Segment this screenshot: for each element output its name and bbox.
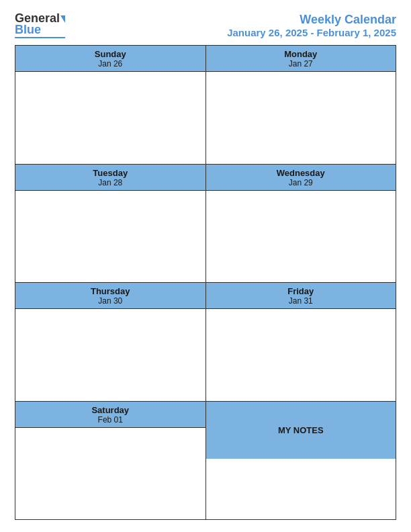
cell-wednesday: Wednesday Jan 29: [206, 165, 396, 283]
wednesday-label: Wednesday: [208, 168, 395, 178]
sunday-body: [15, 72, 205, 164]
cell-monday: Monday Jan 27: [206, 46, 396, 164]
saturday-label: Saturday: [17, 405, 204, 415]
sunday-date: Jan 26: [17, 59, 204, 69]
friday-label: Friday: [208, 286, 395, 296]
cell-notes: MY NOTES: [206, 402, 396, 520]
logo-triangle-icon: [60, 15, 65, 23]
page: General Blue Weekly Calendar January 26,…: [0, 0, 411, 532]
friday-body: [206, 309, 396, 401]
tuesday-label: Tuesday: [17, 168, 204, 178]
logo: General Blue: [15, 12, 65, 38]
notes-body: [206, 459, 396, 519]
cell-wednesday-header: Wednesday Jan 29: [206, 165, 396, 191]
header: General Blue Weekly Calendar January 26,…: [15, 12, 396, 38]
cell-tuesday: Tuesday Jan 28: [15, 165, 206, 283]
wednesday-body: [206, 191, 396, 283]
cell-monday-header: Monday Jan 27: [206, 46, 396, 72]
calendar-grid: Sunday Jan 26 Monday Jan 27 Tuesday Jan …: [15, 45, 396, 520]
cell-sunday-header: Sunday Jan 26: [15, 46, 205, 72]
logo-underline: [15, 37, 65, 38]
calendar-row-2: Tuesday Jan 28 Wednesday Jan 29: [15, 165, 396, 283]
wednesday-date: Jan 29: [208, 178, 395, 187]
notes-header: MY NOTES: [206, 402, 396, 459]
cell-tuesday-header: Tuesday Jan 28: [15, 165, 205, 191]
calendar-title: Weekly Calendar: [227, 13, 396, 27]
monday-date: Jan 27: [208, 59, 395, 69]
notes-label: MY NOTES: [278, 425, 324, 435]
logo-blue-text: Blue: [15, 24, 41, 36]
thursday-label: Thursday: [17, 286, 204, 296]
saturday-date: Feb 01: [17, 415, 204, 425]
cell-thursday: Thursday Jan 30: [15, 283, 206, 401]
monday-label: Monday: [208, 49, 395, 59]
thursday-body: [15, 309, 205, 401]
tuesday-date: Jan 28: [17, 178, 204, 187]
cell-sunday: Sunday Jan 26: [15, 46, 206, 164]
tuesday-body: [15, 191, 205, 283]
cell-friday-header: Friday Jan 31: [206, 283, 396, 309]
thursday-date: Jan 30: [17, 296, 204, 306]
header-title: Weekly Calendar January 26, 2025 - Febru…: [227, 13, 396, 38]
calendar-row-3: Thursday Jan 30 Friday Jan 31: [15, 283, 396, 402]
calendar-date-range: January 26, 2025 - February 1, 2025: [227, 27, 396, 38]
monday-body: [206, 72, 396, 164]
saturday-body: [15, 428, 205, 520]
calendar-row-4: Saturday Feb 01 MY NOTES: [15, 402, 396, 520]
sunday-label: Sunday: [17, 49, 204, 59]
cell-saturday-header: Saturday Feb 01: [15, 402, 205, 428]
calendar-row-1: Sunday Jan 26 Monday Jan 27: [15, 46, 396, 165]
cell-friday: Friday Jan 31: [206, 283, 396, 401]
friday-date: Jan 31: [208, 296, 395, 306]
cell-thursday-header: Thursday Jan 30: [15, 283, 205, 309]
cell-saturday: Saturday Feb 01: [15, 402, 206, 520]
